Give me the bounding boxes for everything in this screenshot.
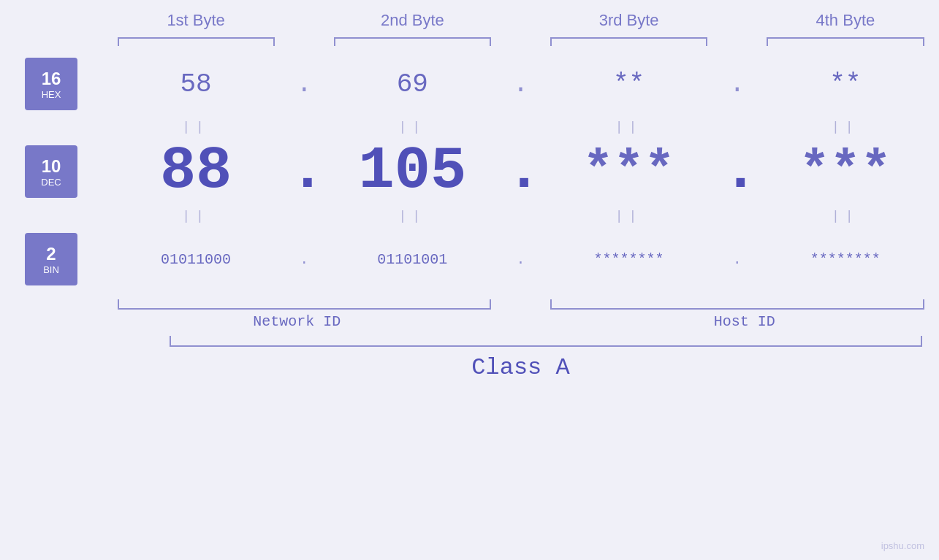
- bin-badge-cell: 2 BIN: [0, 233, 102, 285]
- bin-badge: 2 BIN: [25, 233, 77, 285]
- dec-badge: 10 DEC: [25, 145, 77, 198]
- bin-dot3: .: [723, 251, 752, 268]
- sep1-oct1: ||: [102, 120, 289, 134]
- dec-badge-label: DEC: [41, 177, 61, 188]
- byte2-header: 2nd Byte: [319, 11, 506, 30]
- hex-oct3: **: [536, 69, 723, 99]
- sep1-row: || || || ||: [0, 116, 939, 138]
- dec-oct3: ***: [536, 146, 723, 197]
- sep1-oct4: ||: [752, 120, 939, 134]
- full-bracket: [0, 336, 939, 347]
- dec-oct1: 88: [102, 142, 289, 202]
- bin-row: 2 BIN 01011000 . 01101001 . ******** . *…: [0, 227, 939, 291]
- hex-dot2: .: [506, 69, 536, 99]
- main-container: 1st Byte 2nd Byte 3rd Byte 4th Byte 16 H…: [0, 0, 939, 560]
- bin-oct2: 01101001: [319, 251, 506, 268]
- bin-oct3: ********: [536, 251, 723, 268]
- hex-dot1: .: [289, 69, 319, 99]
- bin-dot1: .: [289, 251, 319, 268]
- byte-headers-row: 1st Byte 2nd Byte 3rd Byte 4th Byte: [0, 0, 939, 34]
- sep2-oct1: ||: [102, 209, 289, 223]
- bottom-bracket-host-right: [752, 295, 939, 310]
- byte1-header: 1st Byte: [102, 11, 289, 30]
- bin-oct1: 01011000: [102, 251, 289, 268]
- bin-dot2: .: [506, 251, 536, 268]
- bottom-bracket-host-left: [536, 295, 723, 310]
- sep2-oct4: ||: [752, 209, 939, 223]
- hex-badge-num: 16: [42, 69, 61, 89]
- bin-badge-num: 2: [46, 244, 56, 264]
- sep1-oct2: ||: [319, 120, 506, 134]
- bracket-byte2: [319, 34, 506, 48]
- top-brackets: [0, 34, 939, 48]
- hex-oct2: 69: [319, 69, 506, 99]
- bin-oct4: ********: [752, 251, 939, 268]
- sep1-oct3: ||: [536, 120, 723, 134]
- dec-dot3: .: [723, 142, 752, 202]
- bracket-byte4: [752, 34, 939, 48]
- dec-badge-cell: 10 DEC: [0, 145, 102, 198]
- bin-badge-label: BIN: [43, 264, 59, 275]
- hex-row: 16 HEX 58 . 69 . ** . **: [0, 52, 939, 116]
- bracket-byte3: [536, 34, 723, 48]
- hex-oct4: **: [752, 69, 939, 99]
- byte4-header: 4th Byte: [752, 11, 939, 30]
- dec-dot2: .: [506, 142, 536, 202]
- watermark: ipshu.com: [881, 540, 924, 551]
- hex-dot3: .: [723, 69, 752, 99]
- hex-badge-cell: 16 HEX: [0, 58, 102, 110]
- bottom-bracket-left: [102, 295, 289, 310]
- class-label: Class A: [0, 354, 939, 381]
- dec-oct4: ***: [752, 146, 939, 197]
- sep2-oct2: ||: [319, 209, 506, 223]
- hex-badge: 16 HEX: [25, 58, 77, 110]
- sep2-row: || || || ||: [0, 205, 939, 227]
- sep2-oct3: ||: [536, 209, 723, 223]
- bottom-bracket-right1: [319, 295, 506, 310]
- id-labels: Network ID Host ID: [0, 313, 939, 330]
- host-id-label: Host ID: [536, 313, 940, 330]
- dec-oct2: 105: [319, 142, 506, 202]
- byte3-header: 3rd Byte: [536, 11, 723, 30]
- dec-row: 10 DEC 88 . 105 . *** . ***: [0, 138, 939, 205]
- bracket-byte1: [102, 34, 289, 48]
- dec-badge-num: 10: [42, 156, 61, 177]
- bottom-brackets: [0, 295, 939, 310]
- dec-dot1: .: [289, 142, 319, 202]
- hex-badge-label: HEX: [42, 89, 61, 100]
- network-id-label: Network ID: [102, 313, 506, 330]
- hex-oct1: 58: [102, 69, 289, 99]
